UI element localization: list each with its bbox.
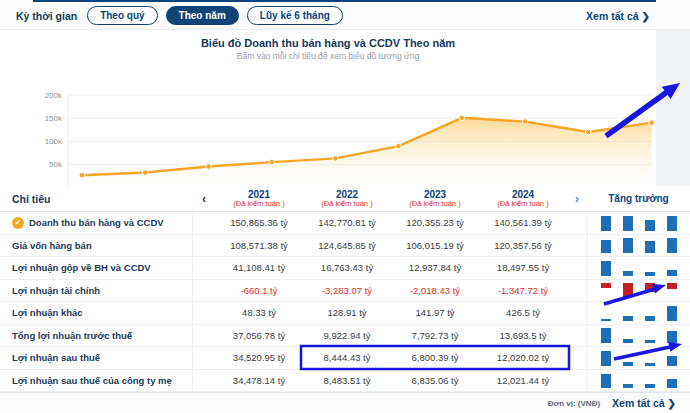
value-cell: 141.97 tỷ [391,307,479,318]
view-all-label: Xem tất cả [586,10,639,22]
row-label: Tổng lợi nhuận trước thuế [12,330,132,341]
growth-bar-positive [645,220,655,231]
row-label: Lợi nhuận sau thuế [12,352,100,363]
growth-bar-positive [601,216,611,231]
value-cell: 106,015.19 tỷ [391,240,479,251]
table-row[interactable]: Lợi nhuận gộp về BH và CCDV41,108.41 tỷ1… [0,257,690,280]
growth-bar-positive [667,216,677,231]
value-cell: 34,520.95 tỷ [215,352,303,363]
column-header-2023: 2023 (Đã kiểm toán ) [391,189,479,208]
row-label-cell[interactable]: Lợi nhuận gộp về BH và CCDV [0,257,193,279]
table-row[interactable]: ✓Doanh thu bán hàng và CCDV150,865.36 tỷ… [0,212,690,235]
value-cell: 12,021.44 tỷ [479,375,567,386]
row-label-cell[interactable]: Giá vốn hàng bán [0,235,193,257]
row-label-cell[interactable]: Lợi nhuận sau thuế của công ty mẹ [0,370,193,392]
value-cell: 128.91 tỷ [303,307,391,318]
chevron-right-icon[interactable]: › [567,192,587,206]
svg-text:200k: 200k [45,91,63,100]
data-point [269,159,275,165]
column-header-2022: 2022 (Đã kiểm toán ) [303,189,391,208]
row-label-cell[interactable]: Tổng lợi nhuận trước thuế [0,325,193,347]
row-label: Lợi nhuận sau thuế của công ty mẹ [12,375,172,386]
row-label: Doanh thu bán hàng và CCDV [29,217,164,228]
value-cell: 120,357.56 tỷ [479,240,567,251]
active-section-accent-bar [33,0,656,2]
check-circle-icon: ✓ [12,217,24,229]
growth-bar-positive [601,261,611,276]
table-header: Chỉ tiêu ‹ 2021 (Đã kiểm toán ) 2022 (Đã… [0,186,690,212]
value-cell: 37,056.78 tỷ [215,330,303,341]
row-label: Lợi nhuận tài chính [12,285,100,296]
tab-luy-ke-6-thang[interactable]: Lũy kế 6 tháng [247,6,343,25]
chart-title: Biểu đồ Doanh thu bán hàng và CCDV Theo … [0,37,656,49]
data-point [522,119,528,125]
growth-bar-positive [645,363,655,366]
value-cell: 8,483.51 tỷ [303,375,391,386]
value-cell: -3,283.07 tỷ [303,285,391,296]
value-cell: 9,922.94 tỷ [303,330,391,341]
value-cell: 124,645.85 tỷ [303,240,391,251]
growth-bar-positive [667,238,677,253]
value-cell: 48.33 tỷ [215,307,303,318]
growth-bar-negative [601,283,611,288]
view-all-link-bottom[interactable]: Xem tất cả❯ [612,397,676,409]
row-label-cell[interactable]: Lợi nhuận sau thuế [0,347,193,369]
value-cell: 120,355.23 tỷ [391,217,479,228]
tab-theo-nam[interactable]: Theo năm [166,6,239,25]
audited-label: (Đã kiểm toán ) [391,200,479,208]
value-cell: 41,108.41 tỷ [215,262,303,273]
revenue-chart-card: Biểu đồ Doanh thu bán hàng và CCDV Theo … [0,30,656,186]
tab-theo-quy[interactable]: Theo quý [87,6,157,25]
growth-bar-positive [623,384,633,388]
svg-text:150k: 150k [45,114,63,123]
data-point [396,143,402,149]
column-header-2021: 2021 (Đã kiểm toán ) [215,189,303,208]
growth-bar-positive [645,272,655,276]
table-row[interactable]: Lợi nhuận khác48.33 tỷ128.91 tỷ141.97 tỷ… [0,302,690,325]
row-label: Giá vốn hàng bán [12,240,92,251]
value-cell: -2,018.43 tỷ [391,285,479,296]
table-row[interactable]: Lợi nhuận tài chính-660.1 tỷ-3,283.07 tỷ… [0,280,690,303]
growth-sparkline [587,347,690,369]
svg-text:50k: 50k [49,160,63,169]
table-row[interactable]: Lợi nhuận sau thuế của công ty mẹ34,478.… [0,370,690,393]
growth-sparkline [587,370,690,392]
growth-bar-positive [623,238,633,253]
growth-sparkline [587,212,690,234]
view-all-link-top[interactable]: Xem tất cả❯ [586,10,650,22]
table-row[interactable]: Lợi nhuận sau thuế34,520.95 tỷ8,444.43 t… [0,347,690,370]
growth-bar-positive [623,362,633,366]
data-point [459,115,465,121]
data-point [649,120,655,126]
table-row[interactable]: Giá vốn hàng bán108,571.38 tỷ124,645.85 … [0,235,690,258]
data-point [143,170,149,176]
value-cell: 142,770.81 tỷ [303,217,391,228]
growth-bar-positive [645,316,655,321]
period-label: Kỳ thời gian [16,10,77,22]
table-body: ✓Doanh thu bán hàng và CCDV150,865.36 tỷ… [0,212,690,392]
growth-sparkline [587,325,690,347]
unit-label: Đơn vị: (VNĐ) [548,399,600,408]
growth-bar-positive [623,216,633,231]
chart-subtitle: Bấm vào mỗi chỉ tiêu để xem biểu đồ tươn… [0,51,656,61]
value-cell: 12,020.02 tỷ [479,352,567,363]
audited-label: (Đã kiểm toán ) [303,200,391,208]
row-label-cell[interactable]: ✓Doanh thu bán hàng và CCDV [0,212,193,234]
column-header-chi-tieu: Chỉ tiêu [0,193,193,205]
value-cell: 34,478.14 tỷ [215,375,303,386]
column-header-2024: 2024 (Đã kiểm toán ) [479,189,567,208]
growth-sparkline [587,257,690,279]
value-cell: 18,497.55 tỷ [479,262,567,273]
value-cell: -660.1 tỷ [215,285,303,296]
value-cell: -1,347.72 tỷ [479,285,567,296]
growth-bar-positive [601,351,611,366]
row-label-cell[interactable]: Lợi nhuận khác [0,302,193,324]
row-label-cell[interactable]: Lợi nhuận tài chính [0,280,193,302]
growth-sparkline [587,280,690,302]
growth-bar-positive [667,331,677,343]
growth-bar-positive [645,384,655,388]
table-row[interactable]: Tổng lợi nhuận trước thuế37,056.78 tỷ9,9… [0,325,690,348]
data-point [206,164,212,170]
chevron-left-icon[interactable]: ‹ [193,192,215,206]
value-cell: 426.5 tỷ [479,307,567,318]
